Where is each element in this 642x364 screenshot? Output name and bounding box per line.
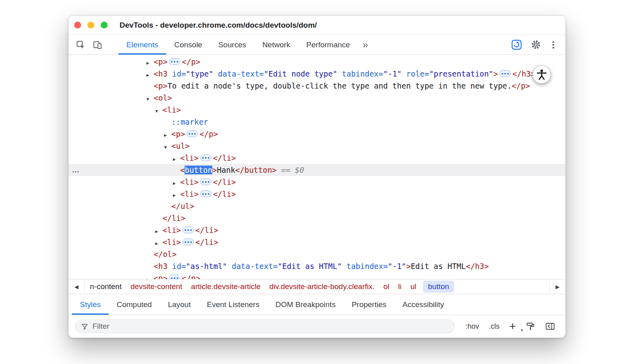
token-tag: <ul> xyxy=(171,142,190,150)
dom-tree-row[interactable]: <h3 id="as-html" data-text="Edit as HTML… xyxy=(69,260,565,272)
overflow-menu-button[interactable] xyxy=(549,40,557,50)
expand-ellipsis-icon[interactable] xyxy=(200,154,211,161)
circular-arrow-icon xyxy=(511,39,522,50)
dom-tree-row[interactable]: ▶<li></li> xyxy=(69,188,565,200)
dock-sidebar-icon xyxy=(545,322,555,331)
expand-ellipsis-icon[interactable] xyxy=(183,226,194,233)
expand-ellipsis-icon[interactable] xyxy=(183,239,194,245)
breadcrumb-item-ul[interactable]: ul xyxy=(406,282,421,291)
expand-ellipsis-icon[interactable] xyxy=(200,190,211,197)
token-val: "presentation" xyxy=(429,69,493,78)
dom-tree-row[interactable]: ▼<ul> xyxy=(69,140,565,152)
dom-tree-row[interactable]: <p>To edit a node's type, double-click t… xyxy=(69,80,565,92)
filter-field[interactable] xyxy=(75,320,455,333)
expand-ellipsis-icon[interactable] xyxy=(169,58,180,65)
expand-ellipsis-icon[interactable] xyxy=(187,130,198,137)
tab-console[interactable]: Console xyxy=(166,35,210,55)
window-title: DevTools - developer.chrome.com/docs/dev… xyxy=(120,21,317,30)
toolbar-tabs: ElementsConsoleSourcesNetworkPerformance xyxy=(118,35,358,55)
main-toolbar: ElementsConsoleSourcesNetworkPerformance… xyxy=(69,35,565,55)
dom-tree-row[interactable]: ▶<h3 id="type" data-text="Edit node type… xyxy=(69,68,565,80)
token-tag: </p> xyxy=(182,57,200,66)
dom-tree-row[interactable]: ▶<p></p> xyxy=(69,56,565,68)
filter-funnel-icon xyxy=(81,323,88,330)
token-tag: </li> xyxy=(213,154,236,162)
device-emulation-icon xyxy=(93,40,102,50)
rendering-brush-button[interactable] xyxy=(522,322,539,331)
expand-ellipsis-icon[interactable] xyxy=(200,178,211,185)
breadcrumb-item-li[interactable]: li xyxy=(394,282,406,291)
expand-ellipsis-icon[interactable] xyxy=(169,275,180,279)
breadcrumb-scroll-right-button[interactable]: ▶ xyxy=(549,279,565,294)
device-toolbar-icon[interactable] xyxy=(92,35,103,55)
token-marker: ::marker xyxy=(171,117,208,126)
tab-elements[interactable]: Elements xyxy=(118,35,166,55)
token-tag: </button> xyxy=(235,166,276,174)
token-tag: </p> xyxy=(199,129,218,138)
token-tag: <p> xyxy=(154,274,167,279)
breadcrumb-item-article-devsite-article[interactable]: article.devsite-article xyxy=(187,282,265,291)
tab-network[interactable]: Network xyxy=(254,35,299,55)
settings-button[interactable] xyxy=(530,40,541,50)
styles-tab-properties[interactable]: Properties xyxy=(343,294,394,315)
dom-tree-row[interactable]: ▶<p></p> xyxy=(69,272,565,279)
dom-tree-row[interactable]: ▶<li></li> xyxy=(69,236,565,248)
dom-tree-row[interactable]: ▶<li></li> xyxy=(69,176,565,188)
dom-tree-row[interactable]: ::marker xyxy=(69,116,565,128)
token-text: Hank xyxy=(217,166,236,174)
person-icon xyxy=(536,69,548,81)
desktop-background: DevTools - developer.chrome.com/docs/dev… xyxy=(0,0,642,364)
dom-tree-row[interactable]: ▼<ol> xyxy=(69,92,565,104)
devtools-window: DevTools - developer.chrome.com/docs/dev… xyxy=(68,15,566,338)
titlebar: DevTools - developer.chrome.com/docs/dev… xyxy=(69,16,565,35)
tab-performance[interactable]: Performance xyxy=(298,35,358,55)
zoom-button[interactable] xyxy=(101,22,108,28)
filter-input[interactable] xyxy=(92,322,449,331)
dom-tree-row[interactable]: </ul> xyxy=(69,200,565,212)
styles-tab-accessibility[interactable]: Accessibility xyxy=(394,294,452,315)
more-tabs-button[interactable]: » xyxy=(358,35,373,55)
dom-tree-row[interactable]: ▶<p></p> xyxy=(69,128,565,140)
dom-tree-row[interactable]: …<button>Hank</button> == $0 xyxy=(69,164,565,176)
expand-ellipsis-icon[interactable] xyxy=(500,70,511,77)
styles-tab-styles[interactable]: Styles xyxy=(72,294,109,315)
row-overflow-ellipsis-icon: … xyxy=(72,164,80,176)
breadcrumb-scroll-left-button[interactable]: ◀ xyxy=(69,279,85,294)
chevron-right-icon: ▶ xyxy=(556,284,560,290)
minimize-button[interactable] xyxy=(87,22,94,28)
replay-button[interactable] xyxy=(511,39,522,50)
styles-tab-dom-breakpoints[interactable]: DOM Breakpoints xyxy=(267,294,343,315)
token-tag: <li> xyxy=(180,190,199,198)
plus-icon: + xyxy=(509,321,516,332)
breadcrumb-item-ol[interactable]: ol xyxy=(379,282,394,291)
styles-tab-computed[interactable]: Computed xyxy=(109,294,160,315)
toggle-element-state-button[interactable]: :hov xyxy=(462,322,483,331)
toggle-class-button[interactable]: .cls xyxy=(485,322,503,331)
breadcrumb-item-devsite-content[interactable]: devsite-content xyxy=(126,282,187,291)
dom-tree-row[interactable]: </li> xyxy=(69,212,565,224)
breadcrumb-item-button[interactable]: button xyxy=(423,281,455,293)
new-style-rule-button[interactable]: + ▾ xyxy=(506,321,520,332)
tab-sources[interactable]: Sources xyxy=(210,35,254,55)
token-tag: <li> xyxy=(180,154,199,162)
dom-tree-row[interactable]: ▶<li></li> xyxy=(69,152,565,164)
breadcrumb-item-n-content[interactable]: n-content xyxy=(85,282,126,291)
token-tag: </li> xyxy=(213,190,236,198)
token-attr: data-text= xyxy=(213,69,264,78)
dom-tree-row[interactable]: </ol> xyxy=(69,248,565,260)
expand-arrow-icon[interactable]: ▶ xyxy=(146,274,154,279)
toggle-sidebar-button[interactable] xyxy=(541,322,559,331)
close-button[interactable] xyxy=(74,22,81,28)
token-tag: </ul> xyxy=(171,202,194,210)
token-tag: <p> xyxy=(154,57,167,66)
token-sel: button xyxy=(185,166,212,174)
styles-tab-event-listeners[interactable]: Event Listeners xyxy=(199,294,267,315)
dom-tree-row[interactable]: ▶<li></li> xyxy=(69,224,565,236)
token-tag: <h3 xyxy=(154,69,167,78)
breadcrumb-item-div-devsite-article-body-clearfix[interactable]: div.devsite-article-body.clearfix. xyxy=(265,282,379,291)
inspect-element-icon[interactable] xyxy=(75,35,86,55)
three-dot-menu-icon xyxy=(549,40,557,50)
token-tag: </p> xyxy=(512,81,530,90)
dom-tree-row[interactable]: ▼<li> xyxy=(69,104,565,116)
styles-tab-layout[interactable]: Layout xyxy=(160,294,199,315)
